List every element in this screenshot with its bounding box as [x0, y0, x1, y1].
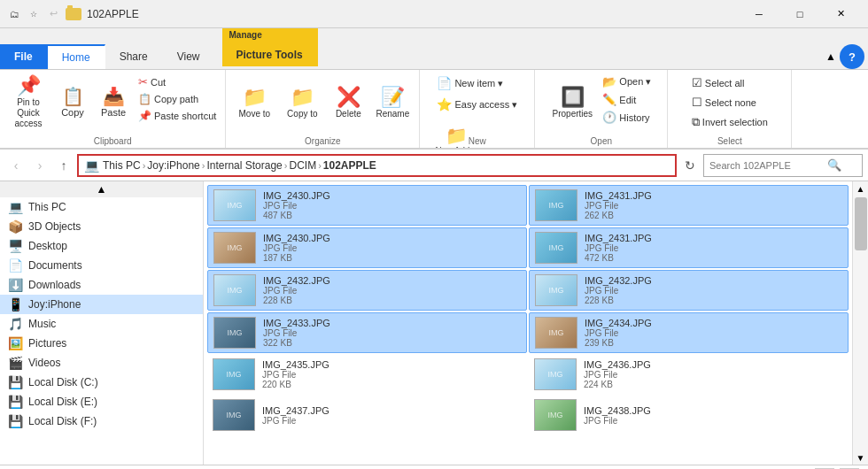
pin-quick-access-button[interactable]: 📌 Pin to Quick access	[5, 73, 51, 130]
scroll-down-button[interactable]: ▼	[853, 450, 868, 465]
cut-icon: ✂	[138, 75, 148, 88]
paste-button[interactable]: 📥 Paste	[94, 75, 133, 128]
new-item-button[interactable]: 📄 New item ▾	[431, 73, 523, 93]
select-none-button[interactable]: ☐ Select none	[686, 93, 773, 111]
forward-button[interactable]: ›	[29, 155, 50, 176]
file-item[interactable]: IMG IMG_2434.JPG JPG File 239 KB	[529, 312, 849, 353]
file-item[interactable]: IMG IMG_2430.JPG JPG File 187 KB	[207, 227, 527, 268]
file-thumbnail: IMG	[535, 189, 577, 221]
help-button[interactable]: ?	[840, 44, 864, 69]
tab-share[interactable]: Share	[105, 44, 163, 69]
delete-icon: ❌	[337, 86, 360, 109]
sidebar-item-documents[interactable]: 📄 Documents	[0, 256, 203, 275]
clipboard-col: ✂ Cut 📋 Copy path 📌 Paste shortcut	[135, 73, 220, 136]
file-item[interactable]: IMG IMG_2431.JPG JPG File 262 KB	[529, 185, 849, 226]
clipboard-label: Clipboard	[0, 136, 225, 146]
sidebar-label-documents: Documents	[28, 259, 82, 272]
properties-button[interactable]: 🔲 Properties	[547, 73, 597, 130]
file-item[interactable]: IMG IMG_2430.JPG JPG File 487 KB	[207, 185, 527, 226]
file-item[interactable]: IMG IMG_2432.JPG JPG File 228 KB	[529, 270, 849, 311]
sidebar-item-local-c[interactable]: 💾 Local Disk (C:)	[0, 373, 203, 392]
rename-icon: 📝	[381, 86, 405, 109]
easy-access-button[interactable]: ⭐ Easy access ▾	[431, 95, 523, 114]
file-grid: IMG IMG_2430.JPG JPG File 487 KB IMG IMG…	[207, 185, 849, 434]
file-size: 228 KB	[585, 296, 652, 305]
scrollbar[interactable]: ▲ ▼	[852, 181, 868, 465]
search-input[interactable]	[709, 160, 825, 171]
sidebar-item-downloads[interactable]: ⬇️ Downloads	[0, 275, 203, 295]
tab-view[interactable]: View	[163, 44, 215, 69]
select-all-button[interactable]: ☑ Select all	[686, 73, 773, 92]
edit-button[interactable]: ✏️ Edit	[599, 91, 655, 108]
sidebar-item-pictures[interactable]: 🖼️ Pictures	[0, 334, 203, 353]
tab-file[interactable]: File	[0, 44, 48, 69]
sidebar-label-local-e: Local Disk (E:)	[28, 396, 97, 408]
delete-button[interactable]: ❌ Delete	[327, 73, 369, 130]
scroll-thumb[interactable]	[855, 197, 867, 250]
file-type: JPG File	[263, 243, 330, 253]
sidebar-item-this-pc[interactable]: 💻 This PC	[0, 197, 203, 217]
rename-button[interactable]: 📝 Rename	[371, 73, 414, 130]
file-item[interactable]: IMG IMG_2435.JPG JPG File 220 KB	[207, 355, 527, 394]
copy-button[interactable]: 📋 Copy	[53, 75, 92, 128]
open-label: Open	[535, 136, 667, 146]
file-item[interactable]: IMG IMG_2431.JPG JPG File 472 KB	[529, 227, 849, 268]
file-item[interactable]: IMG IMG_2438.JPG JPG File	[529, 396, 849, 434]
sidebar-scroll-up[interactable]: ▲	[0, 181, 203, 197]
ribbon-group-clipboard: 📌 Pin to Quick access 📋 Copy 📥 Paste ✂ C…	[0, 70, 226, 148]
refresh-button[interactable]: ↻	[679, 155, 701, 176]
sidebar-item-videos[interactable]: 🎬 Videos	[0, 353, 203, 373]
file-name: IMG_2434.JPG	[585, 318, 652, 328]
file-name: IMG_2431.JPG	[585, 190, 652, 201]
search-bar: 🔍	[703, 154, 863, 177]
copy-path-button[interactable]: 📋 Copy path	[135, 91, 220, 107]
sidebar-item-local-f[interactable]: 💾 Local Disk (F:)	[0, 411, 203, 431]
address-bar[interactable]: 💻 This PC › Joy:iPhone › Internal Storag…	[77, 154, 677, 177]
copy-to-button[interactable]: 📁 Copy to	[279, 73, 325, 130]
file-type: JPG File	[262, 370, 329, 380]
file-thumbnail: IMG	[213, 317, 256, 349]
open-button[interactable]: 📂 Open ▾	[599, 73, 655, 90]
copy-path-icon: 📋	[138, 93, 151, 105]
file-content: IMG IMG_2430.JPG JPG File 487 KB IMG IMG…	[204, 181, 852, 465]
folder-icon	[66, 8, 81, 20]
file-item[interactable]: IMG IMG_2436.JPG JPG File 224 KB	[529, 355, 849, 394]
file-size: 487 KB	[263, 211, 330, 220]
file-item[interactable]: IMG IMG_2432.JPG JPG File 228 KB	[207, 270, 527, 311]
invert-selection-button[interactable]: ⧉ Invert selection	[686, 112, 773, 132]
back-button[interactable]: ‹	[5, 155, 27, 176]
file-name: IMG_2431.JPG	[585, 233, 652, 243]
minimize-button[interactable]: ─	[739, 0, 779, 28]
cut-button[interactable]: ✂ Cut	[135, 73, 220, 90]
downloads-icon: ⬇️	[7, 278, 23, 292]
ribbon-collapse-button[interactable]: ▲	[822, 44, 840, 69]
sidebar-item-music[interactable]: 🎵 Music	[0, 314, 203, 334]
ribbon-group-select: ☑ Select all ☐ Select none ⧉ Invert sele…	[668, 70, 792, 148]
file-item[interactable]: IMG IMG_2433.JPG JPG File 322 KB	[207, 312, 527, 353]
sidebar-item-local-e[interactable]: 💾 Local Disk (E:)	[0, 392, 203, 411]
file-type: JPG File	[262, 416, 329, 426]
sidebar-item-joy-iphone[interactable]: 📱 Joy:iPhone	[0, 295, 203, 314]
paste-shortcut-button[interactable]: 📌 Paste shortcut	[135, 108, 220, 124]
file-item[interactable]: IMG IMG_2437.JPG JPG File	[207, 396, 527, 434]
move-to-button[interactable]: 📁 Move to	[231, 73, 277, 130]
file-size: 224 KB	[584, 380, 651, 389]
sidebar-item-desktop[interactable]: 🖥️ Desktop	[0, 236, 203, 256]
window-controls: ─ □ ✕	[739, 0, 861, 28]
sidebar-item-3d-objects[interactable]: 📦 3D Objects	[0, 217, 203, 236]
new-label: New	[420, 136, 534, 146]
history-button[interactable]: 🕐 History	[599, 109, 655, 126]
sidebar-label-this-pc: This PC	[28, 201, 66, 213]
tab-picture-tools[interactable]: Picture Tools	[222, 42, 318, 66]
file-name: IMG_2435.JPG	[262, 359, 329, 370]
file-type: JPG File	[584, 370, 651, 380]
file-size: 239 KB	[585, 338, 652, 348]
file-name: IMG_2432.JPG	[585, 275, 652, 286]
restore-button[interactable]: □	[779, 0, 820, 28]
up-button[interactable]: ↑	[53, 155, 74, 176]
scroll-up-button[interactable]: ▲	[853, 181, 868, 196]
file-name: IMG_2438.JPG	[584, 405, 651, 416]
tab-home[interactable]: Home	[48, 44, 105, 69]
copy-icon: 📋	[62, 86, 84, 107]
close-button[interactable]: ✕	[820, 0, 861, 28]
